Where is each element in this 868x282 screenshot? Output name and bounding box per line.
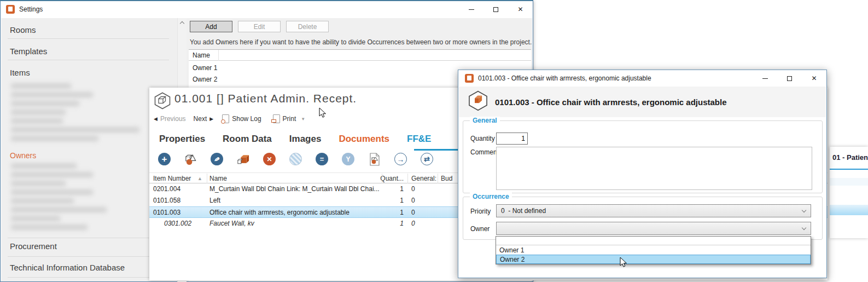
tab-room-data[interactable]: Room Data: [223, 134, 272, 149]
next-arrow-icon[interactable]: ▶: [209, 116, 213, 122]
settings-titlebar[interactable]: Settings ✕: [1, 1, 533, 18]
sync-items-icon[interactable]: ⇄: [421, 153, 433, 165]
dialog-titlebar[interactable]: 0101.003 - Office chair with armrests, e…: [458, 70, 826, 87]
dropdown-option-owner-1[interactable]: Owner 1: [496, 245, 811, 255]
dropdown-option-owner-2[interactable]: Owner 2: [496, 255, 811, 264]
quantity-input[interactable]: [496, 133, 528, 145]
cell-item-number: 0301.002: [164, 220, 191, 227]
add-item-icon[interactable]: +: [158, 153, 171, 165]
sidebar-item-procurement[interactable]: Procurement: [10, 241, 57, 251]
minimize-button[interactable]: [753, 70, 777, 87]
redacted-sidebar-item[interactable]: [11, 127, 139, 133]
redacted-sidebar-item[interactable]: [11, 163, 77, 169]
minimize-button[interactable]: [459, 1, 483, 18]
comment-textarea[interactable]: [496, 147, 812, 190]
owner-select[interactable]: [496, 222, 811, 235]
tab-properties[interactable]: Properties: [159, 134, 205, 149]
copy-item-icon[interactable]: [237, 153, 249, 165]
redacted-sidebar-item[interactable]: [11, 207, 107, 212]
priority-select[interactable]: 0 - Not defined: [496, 204, 811, 217]
divider: [8, 277, 169, 278]
next-button[interactable]: Next: [194, 115, 207, 123]
print-button[interactable]: Print: [283, 115, 296, 123]
close-button[interactable]: ✕: [508, 1, 533, 18]
header-general[interactable]: General:: [411, 175, 436, 182]
previous-button[interactable]: Previous: [160, 115, 186, 123]
item-hexagon-icon: [468, 90, 488, 113]
split-disabled-icon: Y: [342, 153, 354, 165]
owner-row[interactable]: Owner 2: [193, 76, 217, 83]
delete-button: Delete: [286, 21, 329, 32]
delete-item-icon[interactable]: ✕: [263, 153, 276, 165]
sidebar-item-owners[interactable]: Owners: [10, 151, 36, 160]
settings-window-title: Settings: [19, 5, 43, 13]
cell-general: 0: [411, 220, 415, 227]
header-name[interactable]: Name: [209, 175, 227, 182]
tab-underline: [830, 169, 868, 170]
header-budget[interactable]: Bud: [441, 175, 452, 182]
tab-images[interactable]: Images: [289, 134, 322, 149]
sort-ascending-icon[interactable]: ▲: [197, 176, 202, 181]
add-button[interactable]: Add: [190, 21, 232, 32]
owners-name-column-header[interactable]: Name: [193, 51, 210, 59]
mouse-cursor: [620, 257, 630, 270]
item-report-icon[interactable]: [368, 153, 381, 165]
general-groupbox: General Quantity Comment: [463, 120, 823, 193]
show-log-button[interactable]: Show Log: [232, 115, 261, 123]
redacted-sidebar-item[interactable]: [11, 118, 63, 124]
room-icon: [154, 92, 171, 112]
header-quantity[interactable]: Quant...: [368, 175, 404, 182]
selected-row-band: [830, 205, 868, 215]
item-occurrence-dialog: 0101.003 - Office chair with armrests, e…: [458, 70, 827, 278]
header-item-number[interactable]: Item Number: [153, 175, 191, 182]
general-legend: General: [470, 117, 500, 124]
remove-item-icon[interactable]: =: [316, 153, 328, 165]
maximize-button[interactable]: [777, 70, 802, 87]
print-dropdown-caret-icon[interactable]: ▼: [301, 117, 305, 122]
show-log-icon: [222, 114, 229, 123]
minimize-icon: [762, 78, 768, 79]
occurrence-legend: Occurrence: [470, 193, 512, 200]
redacted-sidebar-item[interactable]: [11, 198, 74, 204]
redacted-sidebar-item[interactable]: [11, 83, 71, 89]
maximize-button[interactable]: [483, 1, 508, 18]
room-title: 01.001 [] Patient Admin. Recept.: [174, 92, 357, 105]
redacted-sidebar-item[interactable]: [11, 216, 60, 221]
sidebar-item-items[interactable]: Items: [10, 68, 30, 77]
sidebar-item-rooms[interactable]: Rooms: [10, 25, 36, 34]
redacted-sidebar-item[interactable]: [11, 189, 93, 195]
go-to-item-icon[interactable]: →: [394, 153, 407, 165]
row-band: [830, 178, 868, 186]
owners-table-header[interactable]: Name: [189, 50, 531, 61]
redacted-sidebar-item[interactable]: [11, 92, 93, 97]
sidebar-item-templates[interactable]: Templates: [10, 47, 47, 56]
cell-general: 0: [411, 197, 415, 204]
scroll-up-icon: [180, 21, 184, 26]
cell-quantity: 1: [368, 197, 404, 204]
previous-arrow-icon[interactable]: ◀: [154, 116, 158, 122]
redacted-sidebar-item[interactable]: [11, 110, 66, 115]
owner-row[interactable]: Owner 1: [193, 64, 217, 72]
active-tab-underline: [414, 149, 462, 151]
redacted-sidebar-item[interactable]: [11, 172, 93, 177]
redacted-sidebar-item[interactable]: [11, 181, 66, 186]
redacted-sidebar-item[interactable]: [11, 225, 88, 230]
background-window-title-fragment: 01 - Patien: [832, 153, 868, 162]
cell-item-number: 0101.003: [153, 209, 180, 216]
redacted-sidebar-item[interactable]: [11, 136, 98, 141]
sidebar-item-technical-information-database[interactable]: Technical Information Database: [10, 263, 125, 272]
maximize-icon: [787, 76, 792, 81]
divider: [8, 256, 169, 257]
divider: [8, 38, 169, 39]
new-from-item-list-icon[interactable]: [184, 153, 197, 165]
cell-general: 0: [411, 185, 415, 193]
chevron-down-icon: [802, 226, 806, 230]
tab-documents[interactable]: Documents: [339, 134, 389, 149]
close-button[interactable]: ✕: [802, 70, 826, 87]
tab-ffe[interactable]: FF&E: [407, 134, 431, 149]
redacted-sidebar-item[interactable]: [11, 101, 79, 106]
dropdown-option-empty[interactable]: [496, 237, 811, 245]
edit-item-icon[interactable]: ✎: [211, 153, 223, 165]
owner-dropdown-list: Owner 1 Owner 2: [496, 236, 811, 264]
priority-value: 0 - Not defined: [501, 207, 546, 215]
